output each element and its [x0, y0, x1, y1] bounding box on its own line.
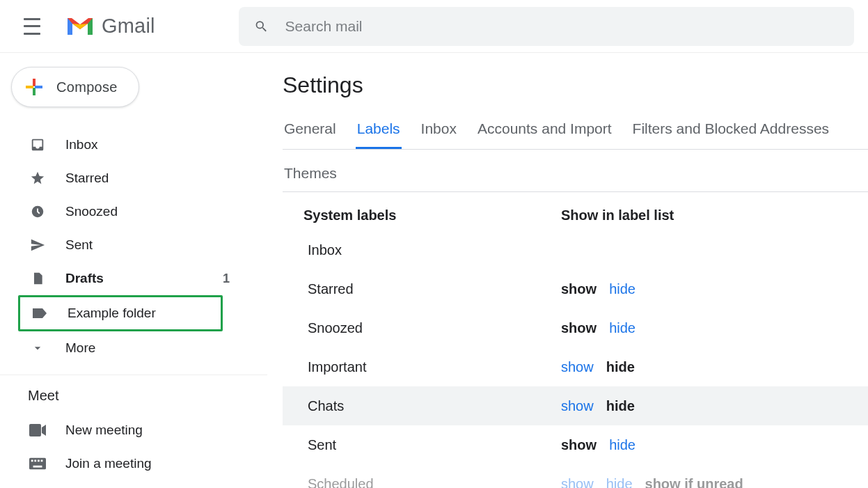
label-row-scheduled: Scheduled show hide show if unread [283, 464, 868, 488]
hide-link[interactable]: hide [606, 476, 633, 489]
show-link[interactable]: show [561, 476, 594, 489]
show-if-unread-link[interactable]: show if unread [645, 476, 743, 489]
highlighted-folder-box: Example folder [18, 295, 223, 331]
meet-item-label: New meeting [65, 423, 255, 438]
clock-icon [29, 203, 46, 220]
gmail-logo[interactable]: Gmail [65, 15, 155, 38]
tab-labels[interactable]: Labels [356, 112, 402, 149]
svg-rect-9 [38, 459, 40, 462]
label-name: Inbox [308, 242, 561, 258]
meet-section-title: Meet [0, 375, 267, 414]
chevron-down-icon [29, 340, 46, 356]
label-row-starred: Starred show hide [283, 269, 868, 308]
file-icon [29, 270, 46, 287]
tab-general[interactable]: General [283, 112, 338, 149]
label-row-snoozed: Snoozed show hide [283, 308, 868, 347]
col-system-labels: System labels [303, 207, 561, 223]
svg-rect-8 [34, 459, 36, 462]
show-link[interactable]: show [561, 281, 597, 297]
sidebar-item-drafts[interactable]: Drafts 1 [0, 262, 267, 295]
gmail-logo-icon [65, 15, 95, 38]
svg-rect-1 [33, 88, 35, 95]
svg-rect-7 [31, 459, 33, 462]
sidebar-item-label: Snoozed [65, 204, 255, 219]
label-name: Important [308, 359, 561, 375]
table-header: System labels Show in label list [283, 195, 868, 230]
hide-link[interactable]: hide [609, 437, 636, 453]
label-icon [31, 305, 48, 322]
label-row-sent: Sent show hide [283, 425, 868, 464]
show-link[interactable]: show [561, 437, 597, 453]
label-row-inbox: Inbox [283, 230, 868, 269]
settings-tabs: General Labels Inbox Accounts and Import… [283, 112, 868, 150]
settings-tabs-row2: Themes [283, 157, 868, 192]
label-name: Chats [308, 398, 561, 414]
inbox-icon [29, 136, 46, 153]
tab-inbox[interactable]: Inbox [420, 112, 458, 149]
app-name: Gmail [102, 15, 155, 38]
nav-folders: Inbox Starred Snoozed Sent [0, 128, 267, 365]
tab-filters-blocked[interactable]: Filters and Blocked Addresses [631, 112, 830, 149]
hide-link[interactable]: hide [606, 398, 635, 414]
video-icon [29, 422, 46, 439]
label-name: Starred [308, 281, 561, 297]
sidebar-item-more[interactable]: More [0, 331, 267, 365]
label-row-chats: Chats show hide [283, 386, 868, 425]
sidebar-item-label: More [65, 340, 255, 356]
label-row-important: Important show hide [283, 347, 868, 386]
sidebar-item-starred[interactable]: Starred [0, 162, 267, 195]
sidebar-item-label: Starred [65, 171, 255, 186]
menu-icon[interactable] [24, 18, 40, 35]
svg-rect-10 [41, 459, 43, 462]
search-icon [254, 19, 269, 34]
star-icon [29, 170, 46, 187]
svg-rect-6 [29, 458, 46, 470]
sidebar-item-label: Sent [65, 237, 255, 253]
sidebar: Compose Inbox Starred Snoozed [0, 53, 267, 488]
show-link[interactable]: show [561, 359, 594, 375]
drafts-count: 1 [223, 271, 230, 286]
main-content: Settings General Labels Inbox Accounts a… [267, 53, 868, 488]
svg-rect-5 [29, 424, 41, 436]
page-title: Settings [283, 72, 868, 98]
col-show-in-list: Show in label list [561, 207, 742, 223]
sidebar-item-label: Inbox [65, 137, 255, 152]
label-name: Snoozed [308, 320, 561, 336]
search-input[interactable] [284, 17, 839, 36]
compose-button[interactable]: Compose [11, 67, 139, 107]
keyboard-icon [29, 455, 46, 472]
sidebar-item-label: Example folder [68, 306, 208, 321]
tab-themes[interactable]: Themes [283, 157, 338, 191]
meet-join-meeting[interactable]: Join a meeting [0, 447, 267, 480]
show-link[interactable]: show [561, 320, 597, 336]
header: Gmail [0, 0, 868, 53]
hide-link[interactable]: hide [606, 359, 635, 375]
send-icon [29, 237, 46, 253]
svg-rect-2 [26, 86, 33, 88]
sidebar-item-sent[interactable]: Sent [0, 228, 267, 262]
sidebar-item-example-folder[interactable]: Example folder [20, 297, 221, 329]
label-name: Sent [308, 437, 561, 453]
svg-rect-11 [33, 466, 42, 468]
svg-rect-3 [35, 86, 42, 88]
sidebar-item-inbox[interactable]: Inbox [0, 128, 267, 162]
system-labels-table: System labels Show in label list Inbox S… [283, 195, 868, 488]
sidebar-item-snoozed[interactable]: Snoozed [0, 195, 267, 228]
svg-rect-0 [33, 79, 35, 86]
compose-plus-icon [24, 77, 44, 97]
show-link[interactable]: show [561, 398, 594, 414]
hide-link[interactable]: hide [609, 281, 636, 297]
meet-item-label: Join a meeting [65, 456, 255, 471]
compose-label: Compose [56, 79, 118, 95]
sidebar-item-label: Drafts [65, 271, 223, 286]
search-bar[interactable] [239, 7, 854, 46]
tab-accounts-import[interactable]: Accounts and Import [476, 112, 613, 149]
hide-link[interactable]: hide [609, 320, 636, 336]
label-name: Scheduled [308, 476, 561, 489]
meet-new-meeting[interactable]: New meeting [0, 414, 267, 447]
